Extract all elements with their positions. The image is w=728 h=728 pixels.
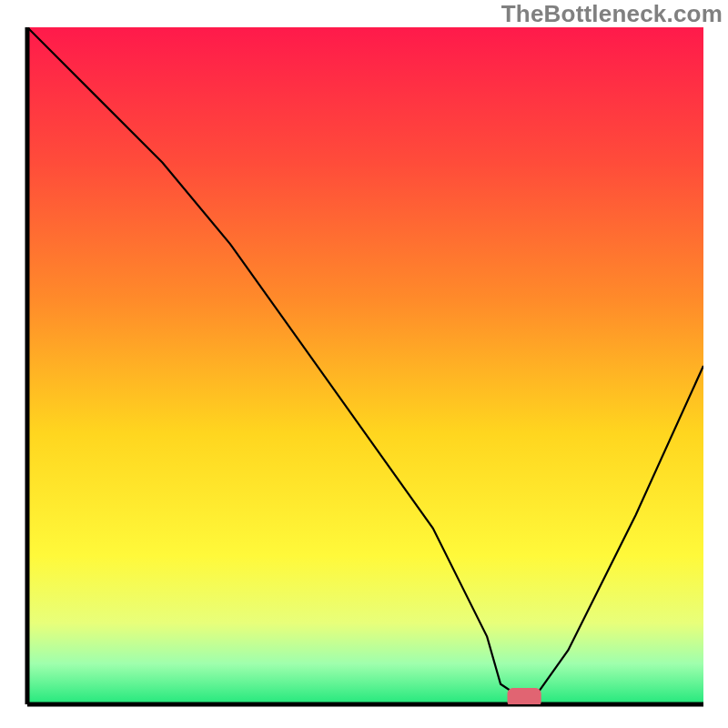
watermark-label: TheBottleneck.com <box>501 0 723 28</box>
optimal-marker <box>508 688 541 707</box>
chart-frame: TheBottleneck.com <box>0 0 728 728</box>
bottleneck-chart <box>0 0 728 728</box>
